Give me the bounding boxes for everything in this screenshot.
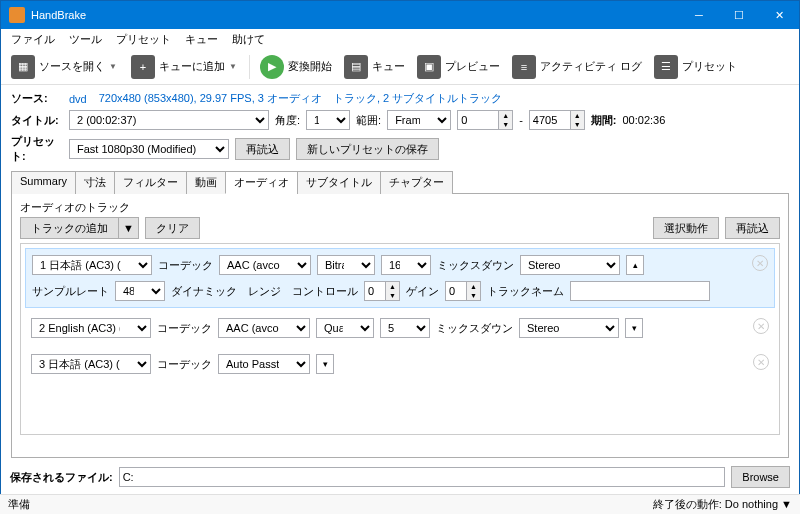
minimize-button[interactable]: ─	[679, 1, 719, 29]
add-queue-icon: +	[131, 55, 155, 79]
separator	[249, 55, 250, 79]
play-icon: ▶	[260, 55, 284, 79]
browse-button[interactable]: Browse	[731, 466, 790, 488]
when-done-dropdown[interactable]: Do nothing ▼	[725, 498, 792, 510]
tab-dimensions[interactable]: 寸法	[75, 171, 115, 194]
track-codec-select[interactable]: AAC (avcodec)	[219, 255, 311, 275]
audio-track-2[interactable]: 2 English (AC3) (2.0 c コーデック AAC (avcode…	[25, 312, 775, 344]
track-collapse-button[interactable]: ▴	[626, 255, 644, 275]
add-track-dropdown[interactable]: ▼	[118, 217, 139, 239]
track-expand-button[interactable]: ▾	[625, 318, 643, 338]
menu-preset[interactable]: プリセット	[110, 30, 177, 49]
add-queue-button[interactable]: +キューに追加▼	[127, 52, 243, 82]
title-select[interactable]: 2 (00:02:37)	[69, 110, 269, 130]
title-bar: HandBrake ─ ☐ ✕	[1, 1, 799, 29]
duration-label: 期間:	[591, 113, 617, 128]
preview-icon: ▣	[417, 55, 441, 79]
track-mode-select[interactable]: Bitrate:	[317, 255, 375, 275]
range-from-input[interactable]	[458, 111, 498, 129]
range-type-select[interactable]: Frames	[387, 110, 451, 130]
tab-chapters[interactable]: チャプター	[380, 171, 453, 194]
preset-label: プリセット:	[11, 134, 63, 164]
selection-behavior-button[interactable]: 選択動作	[653, 217, 719, 239]
track-codec-select[interactable]: AAC (avcodec)	[218, 318, 310, 338]
range-from-spinner[interactable]: ▲▼	[457, 110, 513, 130]
queue-button[interactable]: ▤キュー	[340, 52, 409, 82]
track-source-select[interactable]: 2 English (AC3) (2.0 c	[31, 318, 151, 338]
track-drc-spinner[interactable]: ▲▼	[364, 281, 400, 301]
track-source-select[interactable]: 3 日本語 (AC3) (2.0 ch	[31, 354, 151, 374]
tab-summary[interactable]: Summary	[11, 171, 76, 194]
angle-label: 角度:	[275, 113, 300, 128]
save-label: 保存されるファイル:	[10, 470, 113, 485]
toolbar: ▦ソースを開く▼ +キューに追加▼ ▶変換開始 ▤キュー ▣プレビュー ≡アクテ…	[1, 49, 799, 85]
track-bitrate-select[interactable]: 160	[381, 255, 431, 275]
menu-queue[interactable]: キュー	[179, 30, 224, 49]
open-source-button[interactable]: ▦ソースを開く▼	[7, 52, 123, 82]
audio-tab-body: オーディオのトラック トラックの追加 ▼ クリア 選択動作 再読込 1 日本語 …	[11, 194, 789, 458]
track-quality-select[interactable]: 5	[380, 318, 430, 338]
preset-icon: ☰	[654, 55, 678, 79]
track-gain-spinner[interactable]: ▲▼	[445, 281, 481, 301]
track-source-select[interactable]: 1 日本語 (AC3) (2.0 ch	[32, 255, 152, 275]
range-dash: -	[519, 114, 523, 126]
duration-value: 00:02:36	[622, 114, 665, 126]
activity-button[interactable]: ≡アクティビティ ログ	[508, 52, 646, 82]
audio-track-3[interactable]: 3 日本語 (AC3) (2.0 ch コーデック Auto Passthru …	[25, 348, 775, 380]
maximize-button[interactable]: ☐	[719, 1, 759, 29]
track-expand-button[interactable]: ▾	[316, 354, 334, 374]
window-title: HandBrake	[31, 9, 679, 21]
when-done: 終了後の動作: Do nothing ▼	[653, 497, 792, 512]
range-label: 範囲:	[356, 113, 381, 128]
preset-row: プリセット: Fast 1080p30 (Modified) 再読込 新しいプリ…	[11, 134, 789, 164]
activity-icon: ≡	[512, 55, 536, 79]
queue-icon: ▤	[344, 55, 368, 79]
source-label: ソース:	[11, 91, 63, 106]
menu-bar: ファイル ツール プリセット キュー 助けて	[1, 29, 799, 49]
clear-button[interactable]: クリア	[145, 217, 200, 239]
angle-select[interactable]: 1	[306, 110, 350, 130]
track-remove-button[interactable]: ✕	[753, 318, 769, 334]
range-to-spinner[interactable]: ▲▼	[529, 110, 585, 130]
source-row: ソース: dvd 720x480 (853x480), 29.97 FPS, 3…	[11, 91, 789, 106]
tab-filters[interactable]: フィルター	[114, 171, 187, 194]
preview-button[interactable]: ▣プレビュー	[413, 52, 504, 82]
film-icon: ▦	[11, 55, 35, 79]
preset-button[interactable]: ☰プリセット	[650, 52, 741, 82]
track-mixdown-select[interactable]: Stereo	[520, 255, 620, 275]
add-track-splitbutton[interactable]: トラックの追加 ▼	[20, 217, 139, 239]
audio-reload-button[interactable]: 再読込	[725, 217, 780, 239]
menu-file[interactable]: ファイル	[5, 30, 61, 49]
track-mode-select[interactable]: Quality:	[316, 318, 374, 338]
menu-help[interactable]: 助けて	[226, 30, 271, 49]
tab-audio[interactable]: オーディオ	[225, 171, 298, 194]
range-to-input[interactable]	[530, 111, 570, 129]
track-mixdown-select[interactable]: Stereo	[519, 318, 619, 338]
source-name: dvd	[69, 93, 87, 105]
audio-track-list: 1 日本語 (AC3) (2.0 ch コーデック AAC (avcodec) …	[20, 243, 780, 435]
title-row: タイトル: 2 (00:02:37) 角度: 1 範囲: Frames ▲▼ -…	[11, 110, 789, 130]
save-row: 保存されるファイル: Browse	[0, 462, 800, 492]
preset-save-button[interactable]: 新しいプリセットの保存	[296, 138, 439, 160]
menu-tool[interactable]: ツール	[63, 30, 108, 49]
add-track-button[interactable]: トラックの追加	[20, 217, 118, 239]
tab-subtitles[interactable]: サブタイトル	[297, 171, 381, 194]
status-bar: 準備 終了後の動作: Do nothing ▼	[0, 494, 800, 514]
track-name-input[interactable]	[570, 281, 710, 301]
preset-reload-button[interactable]: 再読込	[235, 138, 290, 160]
track-remove-button[interactable]: ✕	[753, 354, 769, 370]
track-codec-select[interactable]: Auto Passthru	[218, 354, 310, 374]
close-button[interactable]: ✕	[759, 1, 799, 29]
tab-video[interactable]: 動画	[186, 171, 226, 194]
start-button[interactable]: ▶変換開始	[256, 52, 336, 82]
audio-track-1[interactable]: 1 日本語 (AC3) (2.0 ch コーデック AAC (avcodec) …	[25, 248, 775, 308]
track-samplerate-select[interactable]: 48	[115, 281, 165, 301]
app-icon	[9, 7, 25, 23]
audio-header: オーディオのトラック	[20, 200, 780, 215]
save-path-input[interactable]	[119, 467, 726, 487]
track-remove-button[interactable]: ✕	[752, 255, 768, 271]
status-text: 準備	[8, 497, 30, 512]
source-info: 720x480 (853x480), 29.97 FPS, 3 オーディオ トラ…	[99, 91, 502, 106]
preset-select[interactable]: Fast 1080p30 (Modified)	[69, 139, 229, 159]
tabs: Summary 寸法 フィルター 動画 オーディオ サブタイトル チャプター	[11, 170, 789, 194]
